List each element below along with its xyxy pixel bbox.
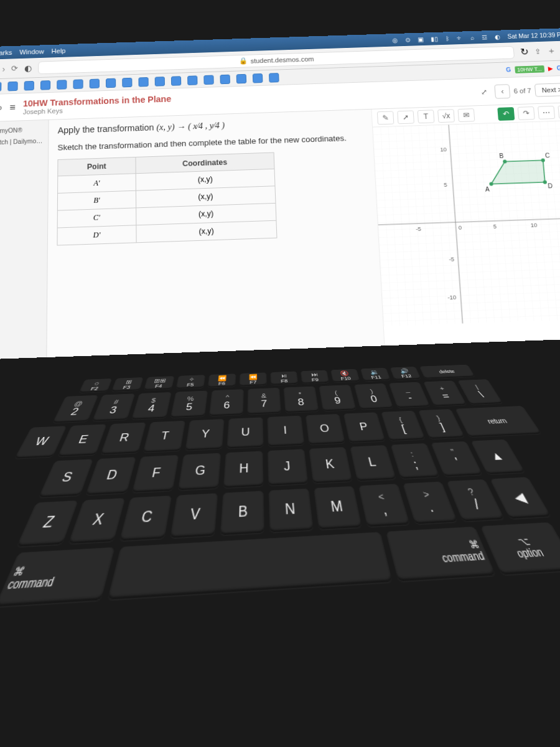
key-5[interactable]: %5 [170,391,208,418]
key-f7[interactable]: ⏪F7 [240,372,267,386]
key-f11[interactable]: 🔉F11 [360,368,391,382]
control-center-icon[interactable]: ☲ [481,34,487,40]
key-t[interactable]: T [143,421,185,453]
bookmark-icon[interactable] [90,78,100,88]
arrow-tool[interactable]: ➚ [397,110,414,124]
key-0[interactable]: )0 [354,383,394,410]
key-f9[interactable]: ⏭F9 [301,370,329,384]
key-2[interactable]: @2 [52,395,98,423]
close-button[interactable]: ✕ [558,105,560,118]
clock-text[interactable]: Sat Mar 12 10:39 PM [507,31,560,39]
key-i[interactable]: I [267,416,304,447]
wifi-icon[interactable]: ᯤ [456,35,463,42]
key-f10[interactable]: 🔇F10 [330,369,360,383]
key-4[interactable]: $4 [131,392,172,420]
key-minus[interactable]: _- [389,382,431,408]
key-j[interactable]: J [268,449,308,486]
key-spacebar[interactable] [108,532,393,600]
undo-button[interactable]: ↶ [497,107,515,121]
bookmark-icon[interactable] [155,77,165,87]
redo-button[interactable]: ↷ [518,106,535,120]
bookmark-icon[interactable] [171,76,181,86]
bluetooth-icon[interactable]: ᛒ [445,35,449,41]
focus-icon[interactable]: ◎ [392,37,398,44]
bookmark-icon[interactable] [7,81,17,91]
reload-icon[interactable]: ↻ [520,46,529,57]
google-shortcut[interactable]: G [506,67,511,73]
google-shortcut[interactable]: G [556,65,560,72]
tab-badge[interactable]: 10HW T... [515,65,545,73]
next-page-button[interactable]: Next > [534,83,560,97]
bookmark-icon[interactable] [0,82,1,92]
key-x[interactable]: X [68,498,126,543]
new-tab-button[interactable]: ＋ [546,45,556,56]
key-f12[interactable]: 🔊F12 [390,367,421,380]
more-button[interactable]: ⋯ [538,105,555,119]
bookmark-icon[interactable] [40,80,50,90]
bookmark-icon[interactable] [203,75,213,85]
key-delete[interactable]: delete [419,365,475,379]
key-3[interactable]: #3 [92,393,135,421]
bookmark-icon[interactable] [73,79,83,89]
key-u[interactable]: U [226,417,263,448]
bookmark-icon[interactable] [187,75,197,85]
sidebar-item[interactable]: Watch | Dailymoti... [0,135,44,148]
key-f5[interactable]: ✧F5 [175,375,205,389]
key-semicolon[interactable]: :; [390,443,439,479]
key-v[interactable]: V [170,493,218,538]
bookmark-icon[interactable] [122,77,132,87]
bookmark-icon[interactable] [220,74,230,84]
reload-button[interactable]: ⟳ [11,64,18,73]
key-l[interactable]: L [350,445,396,481]
key-g[interactable]: G [178,453,221,491]
key-y[interactable]: Y [185,419,224,451]
key-s[interactable]: S [39,459,93,497]
text-tool[interactable]: T [418,110,435,123]
youtube-icon[interactable]: ▶ [548,65,553,72]
pencil-tool[interactable]: ✎ [377,111,394,125]
bookmark-icon[interactable] [236,73,247,83]
bookmark-icon[interactable] [138,77,148,87]
key-o[interactable]: O [306,414,345,444]
key-m[interactable]: M [314,486,362,530]
key-c[interactable]: C [119,496,172,541]
math-tool[interactable]: √x [437,109,455,123]
expand-icon[interactable]: ⤢ [481,88,488,96]
bookmark-icon[interactable] [253,73,263,83]
note-tool[interactable]: ✉ [457,108,475,122]
prev-page-button[interactable]: ‹ [495,84,511,99]
forward-button[interactable]: › [2,64,5,73]
key-f[interactable]: F [132,455,179,492]
menu-item[interactable]: marks [0,49,12,57]
key-h[interactable]: H [223,451,263,487]
key-n[interactable]: N [269,489,314,532]
key-k[interactable]: K [309,447,352,483]
menu-item[interactable]: Window [19,48,44,55]
key-f6[interactable]: ⏪F6 [208,374,236,387]
key-command-right[interactable]: ⌘command [386,527,496,581]
key-8[interactable]: *8 [283,387,319,413]
bookmark-icon[interactable] [24,80,34,90]
key-d[interactable]: D [85,457,136,495]
share-button[interactable]: ⇪ [534,47,541,55]
key-6[interactable]: ^6 [209,389,244,416]
key-bracket-left[interactable]: {[ [381,411,426,441]
key-return[interactable]: return [455,406,541,437]
bookmark-icon[interactable] [57,80,67,90]
key-f3[interactable]: ⊞F3 [111,377,144,392]
key-b[interactable]: B [220,491,264,535]
menu-item[interactable]: Help [52,47,66,55]
key-9[interactable]: (9 [319,385,356,411]
key-f2[interactable]: ☼F2 [78,378,112,393]
menu-icon[interactable]: ≡ [9,102,16,113]
coordinate-grid[interactable]: -5 0 5 10 5 10 -5 -10 A B C D [373,120,560,326]
key-f8[interactable]: ⏯F8 [270,371,298,385]
key-r[interactable]: R [100,423,146,455]
key-command-left[interactable]: ⌘command [0,547,115,607]
key-comma[interactable]: <, [358,484,410,527]
key-7[interactable]: &7 [247,388,281,415]
extension-icon[interactable]: ◐ [24,63,32,72]
key-p[interactable]: P [343,412,386,443]
bookmark-icon[interactable] [269,73,279,83]
key-f4[interactable]: ⊞⊞F4 [144,376,175,390]
